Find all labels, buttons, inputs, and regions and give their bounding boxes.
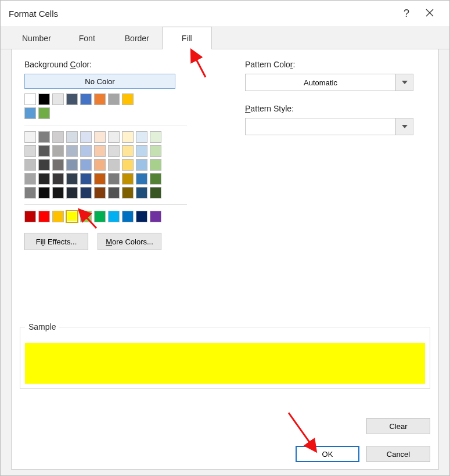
color-swatch[interactable]: [136, 131, 147, 143]
tab-border[interactable]: Border: [112, 27, 162, 50]
color-swatch[interactable]: [94, 93, 106, 105]
ok-button[interactable]: OK: [296, 446, 359, 462]
color-swatch[interactable]: [122, 131, 134, 143]
color-swatch[interactable]: [38, 159, 50, 171]
theme-tints: [24, 131, 204, 199]
color-swatch[interactable]: [52, 93, 64, 105]
color-swatch[interactable]: [24, 211, 36, 222]
fill-panel: Background Color: No Color Fill Effects.…: [11, 49, 439, 470]
chevron-down-icon[interactable]: [395, 118, 413, 135]
color-swatch[interactable]: [150, 159, 161, 171]
color-swatch[interactable]: [66, 187, 78, 199]
color-swatch[interactable]: [38, 187, 50, 199]
color-swatch[interactable]: [38, 131, 50, 143]
more-colors-button[interactable]: More Colors...: [98, 233, 161, 250]
color-swatch[interactable]: [150, 173, 161, 185]
color-swatch[interactable]: [150, 187, 161, 199]
color-swatch[interactable]: [24, 93, 36, 105]
no-color-button[interactable]: No Color: [24, 74, 175, 89]
tabs-bar: Number Font Border Fill: [1, 26, 449, 49]
color-swatch[interactable]: [24, 187, 36, 199]
color-swatch[interactable]: [38, 173, 50, 185]
color-swatch[interactable]: [136, 211, 147, 222]
tab-font[interactable]: Font: [62, 27, 112, 50]
color-swatch[interactable]: [108, 187, 120, 199]
color-swatch[interactable]: [122, 93, 134, 105]
color-swatch[interactable]: [136, 159, 147, 171]
color-swatch[interactable]: [150, 131, 161, 143]
pattern-style-value: [246, 118, 395, 135]
color-swatch[interactable]: [66, 93, 78, 105]
color-swatch[interactable]: [122, 145, 134, 157]
color-swatch[interactable]: [122, 159, 134, 171]
color-swatch[interactable]: [94, 187, 106, 199]
color-swatch[interactable]: [24, 173, 36, 185]
dialog-title: Format Cells: [9, 9, 395, 19]
pattern-color-combo[interactable]: Automatic: [245, 74, 413, 91]
color-swatch[interactable]: [80, 131, 92, 143]
color-swatch[interactable]: [80, 187, 92, 199]
color-swatch[interactable]: [66, 173, 78, 185]
color-swatch[interactable]: [122, 187, 134, 199]
color-swatch[interactable]: [122, 173, 134, 185]
color-swatch[interactable]: [52, 187, 64, 199]
sample-legend: Sample: [25, 322, 59, 331]
color-swatch[interactable]: [24, 145, 36, 157]
color-swatch[interactable]: [66, 211, 78, 222]
sample-group: Sample: [20, 322, 430, 389]
color-swatch[interactable]: [52, 211, 64, 222]
dialog-body: Number Font Border Fill Background Color…: [1, 26, 449, 475]
color-swatch[interactable]: [24, 159, 36, 171]
color-swatch[interactable]: [80, 173, 92, 185]
tab-number[interactable]: Number: [11, 27, 62, 50]
color-swatch[interactable]: [38, 145, 50, 157]
color-swatch[interactable]: [136, 173, 147, 185]
color-swatch[interactable]: [108, 93, 120, 105]
help-icon[interactable]: ?: [395, 8, 418, 20]
color-swatch[interactable]: [94, 211, 106, 222]
color-swatch[interactable]: [136, 187, 147, 199]
color-swatch[interactable]: [52, 173, 64, 185]
sample-preview: [25, 343, 425, 384]
color-swatch[interactable]: [24, 107, 36, 119]
color-swatch[interactable]: [24, 131, 36, 143]
color-swatch[interactable]: [66, 159, 78, 171]
close-icon[interactable]: [418, 8, 441, 20]
color-swatch[interactable]: [80, 145, 92, 157]
color-swatch[interactable]: [150, 211, 161, 222]
color-swatch[interactable]: [136, 145, 147, 157]
color-swatch[interactable]: [66, 131, 78, 143]
background-color-group: Background Color: No Color Fill Effects.…: [24, 60, 204, 250]
color-swatch[interactable]: [94, 145, 106, 157]
color-swatch[interactable]: [38, 211, 50, 222]
color-swatch[interactable]: [122, 211, 134, 222]
color-swatch[interactable]: [150, 145, 161, 157]
color-swatch[interactable]: [80, 159, 92, 171]
tab-fill[interactable]: Fill: [162, 27, 212, 50]
pattern-color-label: Pattern Color:: [245, 60, 426, 69]
color-swatch[interactable]: [52, 131, 64, 143]
cancel-button[interactable]: Cancel: [366, 446, 430, 462]
color-swatch[interactable]: [94, 131, 106, 143]
color-swatch[interactable]: [38, 107, 50, 119]
color-swatch[interactable]: [108, 145, 120, 157]
theme-row1: [24, 93, 204, 119]
color-swatch[interactable]: [66, 145, 78, 157]
color-swatch[interactable]: [94, 173, 106, 185]
clear-button[interactable]: Clear: [366, 418, 430, 434]
pattern-style-combo[interactable]: [245, 118, 413, 135]
color-swatch[interactable]: [108, 173, 120, 185]
format-cells-dialog: Format Cells ? Number Font Border Fill B…: [0, 0, 450, 476]
color-swatch[interactable]: [108, 131, 120, 143]
color-swatch[interactable]: [94, 159, 106, 171]
color-swatch[interactable]: [80, 211, 92, 222]
color-swatch[interactable]: [52, 145, 64, 157]
color-swatch[interactable]: [108, 159, 120, 171]
color-swatch[interactable]: [80, 93, 92, 105]
chevron-down-icon[interactable]: [395, 74, 413, 91]
color-swatch[interactable]: [108, 211, 120, 222]
pattern-group: Pattern Color: Automatic Pattern Style:: [245, 60, 426, 250]
color-swatch[interactable]: [38, 93, 50, 105]
fill-effects-button[interactable]: Fill Effects...: [24, 233, 88, 250]
color-swatch[interactable]: [52, 159, 64, 171]
